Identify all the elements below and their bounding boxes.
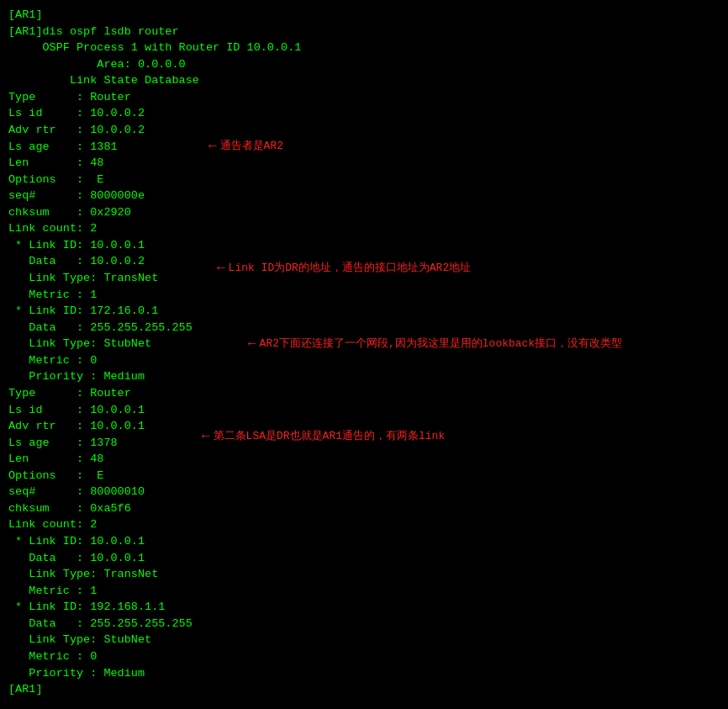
annotation-2: ← Link ID为DR的地址，通告的接口地址为AR2地址 bbox=[217, 259, 471, 278]
terminal-line: Options : E bbox=[8, 172, 720, 188]
annotation-4: ← 第二条LSA是DR也就是AR1通告的，有两条link bbox=[202, 427, 445, 447]
terminal-line: Ls id : 10.0.0.1 bbox=[8, 402, 720, 419]
terminal-line: Metric : 1 bbox=[8, 583, 720, 600]
terminal-line: chksum : 0x2920 bbox=[8, 204, 720, 221]
terminal-line: OSPF Process 1 with Router ID 10.0.0.1 bbox=[8, 40, 720, 56]
terminal-line: Link Type: StubNet bbox=[8, 632, 720, 648]
annotation-text-3: AR2下面还连接了一个网段,因为我这里是用的lookback接口，没有改类型 bbox=[260, 336, 623, 352]
terminal-line: Priority : Medium bbox=[8, 368, 720, 385]
terminal-line: Link State Database bbox=[8, 72, 720, 89]
terminal-line: seq# : 80000010 bbox=[8, 484, 720, 500]
terminal-line: Data : 255.255.255.255 bbox=[8, 616, 720, 632]
terminal-line: Link Type: TransNet bbox=[8, 566, 720, 583]
terminal-line: Type : Router bbox=[8, 89, 720, 106]
terminal-line: Len : 48 bbox=[8, 451, 720, 468]
terminal-line: Metric : 1 bbox=[8, 287, 720, 304]
terminal-line: Len : 48 bbox=[8, 155, 720, 172]
arrow-icon-1: ← bbox=[208, 137, 217, 156]
terminal-line: * Link ID: 172.16.0.1 bbox=[8, 303, 720, 320]
annotation-3: ← AR2下面还连接了一个网段,因为我这里是用的lookback接口，没有改类型 bbox=[248, 335, 622, 354]
terminal-line: Data : 255.255.255.255 bbox=[8, 320, 720, 336]
terminal-line: Link count: 2 bbox=[8, 220, 720, 237]
terminal-line: [AR1]dis ospf lsdb router bbox=[8, 24, 720, 40]
terminal-line: Metric : 0 bbox=[8, 648, 720, 665]
terminal-line: Options : E bbox=[8, 468, 720, 484]
terminal-line: [AR1] bbox=[8, 681, 720, 698]
annotation-text-2: Link ID为DR的地址，通告的接口地址为AR2地址 bbox=[229, 261, 472, 277]
terminal-line: [AR1] bbox=[8, 7, 720, 24]
terminal-line: * Link ID: 192.168.1.1 bbox=[8, 599, 720, 616]
terminal-line: Area: 0.0.0.0 bbox=[8, 56, 720, 73]
terminal-line: Priority : Medium bbox=[8, 665, 720, 682]
terminal-line: Data : 10.0.0.1 bbox=[8, 550, 720, 567]
terminal: [AR1][AR1]dis ospf lsdb router OSPF Proc… bbox=[0, 0, 728, 705]
terminal-line: Adv rtr : 10.0.0.2 bbox=[8, 122, 720, 139]
terminal-line: Ls id : 10.0.0.2 bbox=[8, 105, 720, 122]
terminal-line: * Link ID: 10.0.0.1 bbox=[8, 533, 720, 550]
arrow-icon-4: ← bbox=[202, 427, 210, 447]
terminal-line: Type : Router bbox=[8, 385, 720, 402]
terminal-line: * Link ID: 10.0.0.1 bbox=[8, 237, 720, 254]
annotation-1: ← 通告者是AR2 bbox=[208, 137, 283, 156]
terminal-line: Ls age : 1381 bbox=[8, 139, 720, 156]
terminal-line: chksum : 0xa5f6 bbox=[8, 500, 720, 517]
terminal-line: seq# : 8000000e bbox=[8, 188, 720, 204]
arrow-icon-2: ← bbox=[217, 259, 225, 278]
terminal-line: Metric : 0 bbox=[8, 352, 720, 369]
annotation-text-4: 第二条LSA是DR也就是AR1通告的，有两条link bbox=[214, 429, 446, 445]
terminal-line: Link count: 2 bbox=[8, 516, 720, 533]
annotation-text-1: 通告者是AR2 bbox=[220, 139, 283, 155]
arrow-icon-3: ← bbox=[248, 335, 256, 354]
